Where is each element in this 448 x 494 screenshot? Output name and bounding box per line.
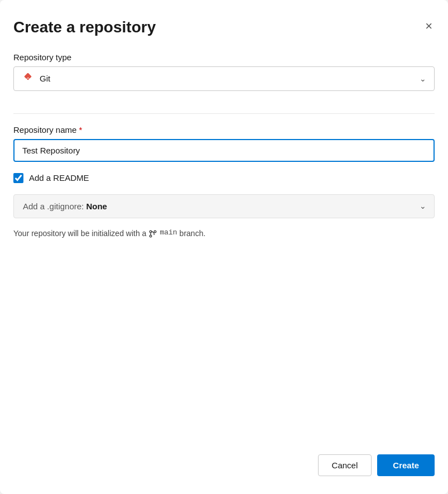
dialog-title: Create a repository xyxy=(13,18,156,37)
info-text: Your repository will be initialized with… xyxy=(13,227,435,239)
readme-checkbox-row: Add a README xyxy=(13,173,435,183)
svg-point-3 xyxy=(155,231,157,233)
dialog-footer: Cancel Create xyxy=(13,441,435,476)
gitignore-prefix: Add a .gitignore: xyxy=(23,202,84,211)
repository-type-value: Git xyxy=(40,74,50,83)
repository-name-label: Repository name * xyxy=(13,125,435,135)
repository-name-input[interactable] xyxy=(13,139,435,162)
cancel-button[interactable]: Cancel xyxy=(318,454,372,476)
create-repository-dialog: Create a repository × Repository type ◇ … xyxy=(0,0,448,494)
chevron-down-icon: ⌄ xyxy=(420,74,426,83)
dialog-header: Create a repository × xyxy=(13,18,435,37)
repository-type-label: Repository type xyxy=(13,52,435,62)
branch-icon xyxy=(148,227,157,239)
create-button[interactable]: Create xyxy=(377,454,435,476)
svg-text:◇: ◇ xyxy=(26,76,30,81)
repository-name-section: Repository name * xyxy=(13,125,435,162)
gitignore-value: None xyxy=(86,202,107,211)
required-marker: * xyxy=(79,125,83,135)
git-icon: ◇ xyxy=(22,73,34,85)
repository-type-section: Repository type ◇ Git ⌄ xyxy=(13,52,435,91)
repository-type-select[interactable]: ◇ Git ⌄ xyxy=(13,66,435,91)
svg-point-4 xyxy=(150,235,152,237)
branch-name: main xyxy=(160,227,177,239)
readme-label[interactable]: Add a README xyxy=(29,173,89,183)
gitignore-select[interactable]: Add a .gitignore: None ⌄ xyxy=(13,194,435,218)
divider-1 xyxy=(13,113,435,114)
readme-checkbox[interactable] xyxy=(13,173,23,183)
svg-point-2 xyxy=(150,231,152,233)
close-button[interactable]: × xyxy=(423,18,435,35)
chevron-down-icon: ⌄ xyxy=(420,202,426,210)
